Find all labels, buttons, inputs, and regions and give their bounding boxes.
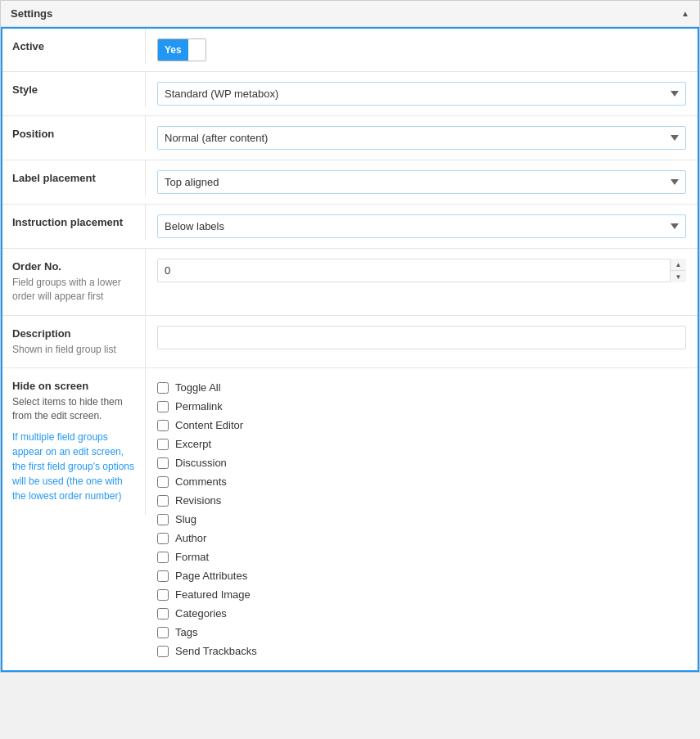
control-col-label-placement: Top alignedLeft aligned [146, 160, 698, 204]
checkbox-label-tags[interactable]: Tags [175, 626, 197, 638]
label-label-placement: Label placement [12, 172, 135, 184]
checkbox-toggle-all[interactable] [157, 382, 169, 394]
control-col-instruction-placement: Below labelsAbove fields [146, 205, 698, 248]
control-col-description [146, 316, 698, 359]
list-item: Send Trackbacks [157, 642, 686, 660]
spinner-up[interactable]: ▲ [671, 259, 686, 271]
description-input[interactable] [157, 326, 686, 349]
row-hide-on-screen: Hide on screen Select items to hide them… [2, 368, 698, 670]
settings-content: Active Yes Style Standard (WP metabox)Se… [1, 27, 699, 672]
control-col-style: Standard (WP metabox)Seamless (no metabo… [146, 72, 698, 115]
checkbox-label-revisions[interactable]: Revisions [175, 494, 221, 507]
checkbox-permalink[interactable] [157, 401, 169, 412]
label-position: Position [12, 128, 135, 140]
checkbox-categories[interactable] [157, 608, 169, 620]
checkbox-excerpt[interactable] [157, 439, 169, 450]
checkbox-content-editor[interactable] [157, 420, 169, 431]
checkbox-slug[interactable] [157, 514, 169, 525]
label-instruction-placement: Instruction placement [12, 216, 135, 228]
checkbox-label-categories[interactable]: Categories [175, 607, 227, 620]
label-col-position: Position [2, 116, 146, 151]
label-style: Style [12, 83, 135, 96]
checkbox-send-trackbacks[interactable] [157, 646, 169, 657]
checkbox-author[interactable] [157, 533, 169, 544]
checkbox-featured-image[interactable] [157, 589, 169, 601]
checkbox-label-excerpt[interactable]: Excerpt [175, 438, 211, 450]
label-active: Active [12, 40, 135, 52]
control-col-position: Normal (after content)SideAfter content … [146, 116, 698, 160]
checkbox-label-comments[interactable]: Comments [175, 475, 227, 488]
list-item: Slug [157, 510, 686, 529]
checkbox-tags[interactable] [157, 627, 169, 638]
list-item: Revisions [157, 491, 686, 510]
desc-hide-on-screen: Select items to hide them from the edit … [12, 395, 135, 423]
row-style: Style Standard (WP metabox)Seamless (no … [2, 72, 698, 116]
checkbox-label-permalink[interactable]: Permalink [175, 400, 223, 412]
control-col-order-no: ▲ ▼ [146, 249, 698, 292]
label-description: Description [12, 327, 135, 340]
list-item: Format [157, 547, 686, 566]
label-col-order-no: Order No. Field groups with a lower orde… [2, 249, 146, 315]
position-select[interactable]: Normal (after content)SideAfter content … [157, 126, 686, 150]
list-item: Content Editor [157, 416, 686, 435]
label-col-style: Style [2, 72, 146, 107]
hide-on-screen-list: Toggle AllPermalinkContent EditorExcerpt… [157, 378, 686, 660]
row-instruction-placement: Instruction placement Below labelsAbove … [2, 205, 698, 249]
toggle-yes-label[interactable]: Yes [158, 39, 188, 61]
spinner-down[interactable]: ▼ [671, 271, 686, 282]
hide-on-screen-note: If multiple field groups appear on an ed… [12, 430, 135, 503]
list-item: Page Attributes [157, 566, 686, 585]
checkbox-comments[interactable] [157, 476, 169, 488]
row-position: Position Normal (after content)SideAfter… [2, 116, 698, 160]
settings-panel: Settings ▲ Active Yes Style [0, 0, 700, 673]
desc-order-no: Field groups with a lower order will app… [12, 276, 135, 304]
checkbox-label-content-editor[interactable]: Content Editor [175, 419, 243, 431]
control-col-hide-on-screen: Toggle AllPermalinkContent EditorExcerpt… [146, 368, 698, 670]
checkbox-label-format[interactable]: Format [175, 551, 209, 563]
label-col-description: Description Shown in field group list [2, 316, 146, 368]
checkbox-format[interactable] [157, 552, 169, 563]
desc-description: Shown in field group list [12, 343, 135, 357]
label-col-active: Active [2, 29, 146, 64]
list-item: Featured Image [157, 585, 686, 604]
active-toggle[interactable]: Yes [157, 38, 206, 61]
order-no-wrap: ▲ ▼ [157, 259, 686, 282]
instruction-placement-select[interactable]: Below labelsAbove fields [157, 214, 686, 238]
label-col-instruction-placement: Instruction placement [2, 205, 146, 240]
style-select[interactable]: Standard (WP metabox)Seamless (no metabo… [157, 82, 686, 106]
control-col-active: Yes [146, 29, 698, 71]
row-description: Description Shown in field group list [2, 316, 698, 369]
number-spinners: ▲ ▼ [670, 259, 686, 282]
row-active: Active Yes [2, 29, 698, 72]
list-item: Categories [157, 604, 686, 623]
settings-header: Settings ▲ [1, 1, 699, 27]
label-hide-on-screen: Hide on screen [12, 380, 135, 392]
settings-title: Settings [11, 7, 52, 20]
toggle-no-area[interactable] [188, 39, 205, 61]
settings-body: Active Yes Style Standard (WP metabox)Se… [1, 27, 699, 672]
list-item: Tags [157, 623, 686, 642]
checkbox-label-slug[interactable]: Slug [175, 513, 196, 525]
row-order-no: Order No. Field groups with a lower orde… [2, 249, 698, 316]
order-no-input[interactable] [157, 259, 686, 282]
checkbox-label-author[interactable]: Author [175, 532, 206, 544]
list-item: Comments [157, 472, 686, 491]
checkbox-label-send-trackbacks[interactable]: Send Trackbacks [175, 645, 257, 657]
checkbox-label-featured-image[interactable]: Featured Image [175, 588, 251, 601]
label-placement-select[interactable]: Top alignedLeft aligned [157, 170, 686, 194]
list-item: Discussion [157, 453, 686, 472]
checkbox-discussion[interactable] [157, 457, 169, 469]
label-col-hide-on-screen: Hide on screen Select items to hide them… [2, 368, 146, 515]
list-item: Excerpt [157, 435, 686, 453]
checkbox-label-toggle-all[interactable]: Toggle All [175, 381, 221, 394]
row-label-placement: Label placement Top alignedLeft aligned [2, 160, 698, 205]
list-item: Permalink [157, 397, 686, 416]
checkbox-label-discussion[interactable]: Discussion [175, 457, 227, 469]
collapse-arrow-icon[interactable]: ▲ [681, 9, 689, 18]
checkbox-revisions[interactable] [157, 495, 169, 507]
checkbox-label-page-attributes[interactable]: Page Attributes [175, 570, 247, 582]
label-order-no: Order No. [12, 260, 135, 273]
label-col-label-placement: Label placement [2, 160, 146, 196]
checkbox-page-attributes[interactable] [157, 570, 169, 582]
list-item: Author [157, 529, 686, 547]
